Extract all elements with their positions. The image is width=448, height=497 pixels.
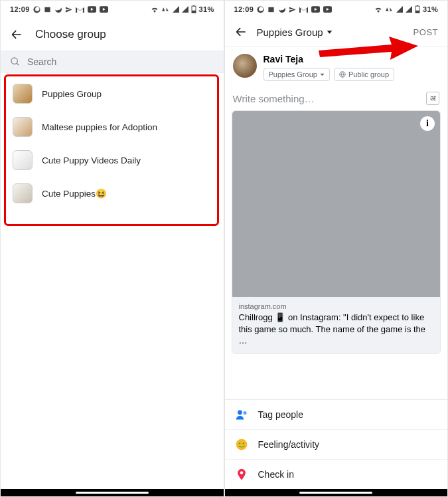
svg-rect-9: [269, 7, 274, 11]
search-icon: [10, 56, 21, 67]
back-icon[interactable]: [10, 28, 23, 41]
signal2-icon: [182, 6, 188, 13]
list-item[interactable]: Maltese puppies for Adoption: [3, 110, 221, 144]
group-avatar: [13, 117, 33, 137]
search-bar[interactable]: [1, 50, 224, 73]
feeling-icon: [234, 438, 249, 451]
wifi-icon: [374, 6, 382, 13]
info-icon[interactable]: i: [420, 116, 435, 131]
status-bar: 12:09 31%: [225, 1, 448, 16]
option-tag-people[interactable]: Tag people: [225, 400, 448, 430]
chip-group[interactable]: Puppies Group: [263, 68, 330, 81]
battery-icon: [415, 5, 420, 13]
phone-right: 12:09 31% Puppies Group: [224, 0, 449, 497]
image-icon: [44, 6, 51, 13]
signal2-icon: [406, 6, 412, 13]
youtube-icon2: [100, 6, 108, 13]
gmail-icon: [76, 6, 84, 13]
whatsapp-icon: [257, 6, 264, 13]
language-toggle[interactable]: अ: [426, 92, 439, 105]
avatar[interactable]: [233, 54, 257, 78]
nav-bar: [1, 489, 224, 496]
group-label: Cute Puppies😆: [42, 188, 107, 199]
search-input[interactable]: [27, 56, 214, 67]
group-label: Cute Puppy Videos Daily: [42, 155, 141, 165]
svg-point-19: [238, 443, 240, 445]
twitter-icon: [278, 6, 285, 13]
composer-options: Tag people Feeling/activity Check in: [225, 399, 448, 489]
selected-group-label: Puppies Group: [257, 27, 323, 38]
page-title: Choose group: [35, 28, 106, 41]
svg-point-17: [243, 411, 246, 415]
status-bar: 12:09 31%: [1, 1, 224, 16]
list-item[interactable]: Cute Puppies😆: [3, 177, 221, 210]
preview-text: Chillrogg 📱 on Instagram: "I didn't expe…: [239, 312, 434, 347]
gmail-icon: [299, 6, 308, 13]
svg-rect-14: [417, 5, 418, 6]
group-avatar: [13, 183, 33, 203]
chip-privacy[interactable]: Public group: [334, 68, 394, 81]
option-label: Check in: [258, 469, 294, 480]
preview-source: instagram.com: [239, 302, 434, 310]
link-preview[interactable]: i instagram.com Chillrogg 📱 on Instagram…: [232, 110, 441, 354]
svg-point-21: [240, 471, 243, 474]
svg-point-18: [236, 439, 247, 450]
group-avatar: [13, 150, 33, 170]
battery-pct: 31%: [199, 5, 214, 13]
checkin-icon: [234, 468, 249, 481]
list-item[interactable]: Cute Puppy Videos Daily: [3, 144, 221, 177]
youtube-icon1: [88, 6, 96, 13]
option-checkin[interactable]: Check in: [225, 460, 448, 489]
signal1-icon: [396, 6, 403, 13]
chip-privacy-label: Public group: [348, 70, 389, 78]
phone-left: 12:09 31% Choose group: [0, 0, 224, 497]
volte-icon: [161, 6, 170, 13]
right-titlebar: Puppies Group POST: [225, 16, 448, 47]
svg-rect-13: [415, 11, 419, 13]
caret-down-icon: [327, 29, 333, 35]
chip-group-label: Puppies Group: [269, 70, 317, 78]
svg-point-7: [11, 58, 17, 64]
composer-header: Ravi Teja Puppies Group Public group: [225, 47, 448, 85]
post-button[interactable]: POST: [413, 27, 438, 37]
svg-rect-1: [44, 7, 50, 11]
wifi-icon: [151, 6, 159, 13]
svg-point-16: [238, 410, 242, 415]
group-selector[interactable]: Puppies Group: [257, 27, 333, 38]
volte-icon: [385, 6, 394, 13]
group-list: Puppies Group Maltese puppies for Adopti…: [1, 73, 224, 214]
battery-icon: [191, 5, 196, 13]
composer-input-row[interactable]: Write something… अ: [225, 85, 448, 110]
image-icon: [267, 6, 275, 13]
send-icon: [289, 6, 296, 13]
youtube-icon1: [311, 6, 320, 13]
back-icon[interactable]: [234, 25, 248, 39]
option-label: Tag people: [258, 409, 304, 420]
option-feeling[interactable]: Feeling/activity: [225, 430, 448, 460]
author-name: Ravi Teja: [263, 54, 395, 64]
twitter-icon: [54, 6, 62, 13]
group-label: Maltese puppies for Adoption: [42, 122, 157, 132]
battery-pct: 31%: [423, 5, 438, 13]
tag-people-icon: [234, 408, 249, 421]
svg-rect-5: [192, 11, 196, 13]
clock: 12:09: [10, 5, 30, 13]
svg-rect-6: [192, 5, 194, 6]
composer-placeholder: Write something…: [233, 93, 315, 104]
youtube-icon2: [323, 6, 332, 13]
send-icon: [65, 6, 72, 13]
group-avatar: [13, 84, 33, 104]
svg-point-20: [242, 443, 244, 445]
left-titlebar: Choose group: [1, 16, 224, 50]
signal1-icon: [173, 6, 179, 13]
clock: 12:09: [234, 5, 254, 13]
group-label: Puppies Group: [42, 89, 102, 99]
caret-down-icon: [320, 72, 325, 77]
nav-bar: [225, 489, 448, 496]
globe-icon: [339, 71, 346, 78]
whatsapp-icon: [33, 6, 40, 13]
preview-image: i: [232, 111, 441, 297]
list-item[interactable]: Puppies Group: [3, 77, 221, 110]
option-label: Feeling/activity: [258, 439, 320, 450]
